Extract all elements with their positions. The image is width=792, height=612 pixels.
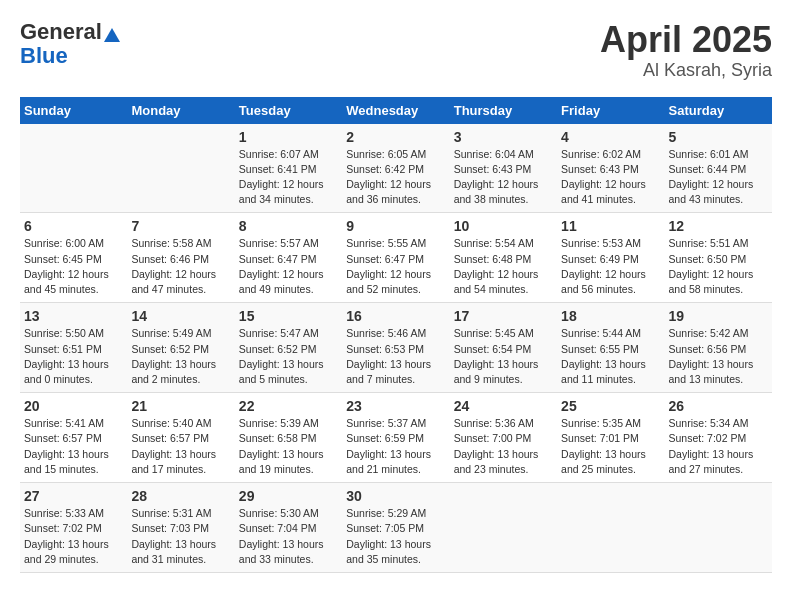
week-row-2: 6Sunrise: 6:00 AM Sunset: 6:45 PM Daylig… [20, 213, 772, 303]
day-number: 24 [454, 398, 553, 414]
day-cell: 28Sunrise: 5:31 AM Sunset: 7:03 PM Dayli… [127, 483, 234, 573]
day-cell: 12Sunrise: 5:51 AM Sunset: 6:50 PM Dayli… [665, 213, 772, 303]
day-cell: 25Sunrise: 5:35 AM Sunset: 7:01 PM Dayli… [557, 393, 664, 483]
day-number: 1 [239, 129, 338, 145]
day-cell: 11Sunrise: 5:53 AM Sunset: 6:49 PM Dayli… [557, 213, 664, 303]
day-number: 8 [239, 218, 338, 234]
day-number: 11 [561, 218, 660, 234]
day-number: 6 [24, 218, 123, 234]
day-cell: 26Sunrise: 5:34 AM Sunset: 7:02 PM Dayli… [665, 393, 772, 483]
day-number: 16 [346, 308, 445, 324]
logo-blue: Blue [20, 44, 120, 68]
week-row-3: 13Sunrise: 5:50 AM Sunset: 6:51 PM Dayli… [20, 303, 772, 393]
day-info: Sunrise: 6:00 AM Sunset: 6:45 PM Dayligh… [24, 236, 123, 297]
day-info: Sunrise: 5:54 AM Sunset: 6:48 PM Dayligh… [454, 236, 553, 297]
day-number: 5 [669, 129, 768, 145]
day-cell: 18Sunrise: 5:44 AM Sunset: 6:55 PM Dayli… [557, 303, 664, 393]
day-cell: 7Sunrise: 5:58 AM Sunset: 6:46 PM Daylig… [127, 213, 234, 303]
header-cell-wednesday: Wednesday [342, 97, 449, 124]
day-cell: 24Sunrise: 5:36 AM Sunset: 7:00 PM Dayli… [450, 393, 557, 483]
day-cell: 20Sunrise: 5:41 AM Sunset: 6:57 PM Dayli… [20, 393, 127, 483]
logo-icon [104, 28, 120, 42]
day-number: 26 [669, 398, 768, 414]
logo: General Blue [20, 20, 120, 68]
day-cell: 17Sunrise: 5:45 AM Sunset: 6:54 PM Dayli… [450, 303, 557, 393]
day-info: Sunrise: 5:36 AM Sunset: 7:00 PM Dayligh… [454, 416, 553, 477]
day-number: 21 [131, 398, 230, 414]
logo-text: General [20, 20, 120, 44]
week-row-5: 27Sunrise: 5:33 AM Sunset: 7:02 PM Dayli… [20, 483, 772, 573]
day-info: Sunrise: 6:07 AM Sunset: 6:41 PM Dayligh… [239, 147, 338, 208]
day-cell: 19Sunrise: 5:42 AM Sunset: 6:56 PM Dayli… [665, 303, 772, 393]
day-cell: 1Sunrise: 6:07 AM Sunset: 6:41 PM Daylig… [235, 124, 342, 213]
day-cell [127, 124, 234, 213]
day-cell [450, 483, 557, 573]
day-info: Sunrise: 5:53 AM Sunset: 6:49 PM Dayligh… [561, 236, 660, 297]
day-cell: 27Sunrise: 5:33 AM Sunset: 7:02 PM Dayli… [20, 483, 127, 573]
day-info: Sunrise: 5:39 AM Sunset: 6:58 PM Dayligh… [239, 416, 338, 477]
day-info: Sunrise: 5:29 AM Sunset: 7:05 PM Dayligh… [346, 506, 445, 567]
day-cell: 3Sunrise: 6:04 AM Sunset: 6:43 PM Daylig… [450, 124, 557, 213]
header-cell-sunday: Sunday [20, 97, 127, 124]
header-cell-thursday: Thursday [450, 97, 557, 124]
calendar-subtitle: Al Kasrah, Syria [600, 60, 772, 81]
calendar-table: SundayMondayTuesdayWednesdayThursdayFrid… [20, 97, 772, 573]
day-info: Sunrise: 5:33 AM Sunset: 7:02 PM Dayligh… [24, 506, 123, 567]
day-cell: 13Sunrise: 5:50 AM Sunset: 6:51 PM Dayli… [20, 303, 127, 393]
day-cell: 10Sunrise: 5:54 AM Sunset: 6:48 PM Dayli… [450, 213, 557, 303]
day-cell: 14Sunrise: 5:49 AM Sunset: 6:52 PM Dayli… [127, 303, 234, 393]
day-info: Sunrise: 5:46 AM Sunset: 6:53 PM Dayligh… [346, 326, 445, 387]
day-cell: 6Sunrise: 6:00 AM Sunset: 6:45 PM Daylig… [20, 213, 127, 303]
day-info: Sunrise: 5:44 AM Sunset: 6:55 PM Dayligh… [561, 326, 660, 387]
day-info: Sunrise: 5:42 AM Sunset: 6:56 PM Dayligh… [669, 326, 768, 387]
day-info: Sunrise: 6:01 AM Sunset: 6:44 PM Dayligh… [669, 147, 768, 208]
day-info: Sunrise: 6:02 AM Sunset: 6:43 PM Dayligh… [561, 147, 660, 208]
day-number: 10 [454, 218, 553, 234]
day-info: Sunrise: 5:31 AM Sunset: 7:03 PM Dayligh… [131, 506, 230, 567]
day-number: 25 [561, 398, 660, 414]
title-block: April 2025 Al Kasrah, Syria [600, 20, 772, 81]
day-cell: 21Sunrise: 5:40 AM Sunset: 6:57 PM Dayli… [127, 393, 234, 483]
week-row-1: 1Sunrise: 6:07 AM Sunset: 6:41 PM Daylig… [20, 124, 772, 213]
header-cell-tuesday: Tuesday [235, 97, 342, 124]
day-cell [665, 483, 772, 573]
day-number: 15 [239, 308, 338, 324]
day-number: 30 [346, 488, 445, 504]
day-info: Sunrise: 5:50 AM Sunset: 6:51 PM Dayligh… [24, 326, 123, 387]
week-row-4: 20Sunrise: 5:41 AM Sunset: 6:57 PM Dayli… [20, 393, 772, 483]
day-info: Sunrise: 5:47 AM Sunset: 6:52 PM Dayligh… [239, 326, 338, 387]
day-cell: 29Sunrise: 5:30 AM Sunset: 7:04 PM Dayli… [235, 483, 342, 573]
day-cell [557, 483, 664, 573]
day-number: 29 [239, 488, 338, 504]
header-cell-saturday: Saturday [665, 97, 772, 124]
day-number: 18 [561, 308, 660, 324]
day-info: Sunrise: 5:58 AM Sunset: 6:46 PM Dayligh… [131, 236, 230, 297]
day-info: Sunrise: 5:49 AM Sunset: 6:52 PM Dayligh… [131, 326, 230, 387]
day-number: 20 [24, 398, 123, 414]
day-number: 19 [669, 308, 768, 324]
day-cell: 2Sunrise: 6:05 AM Sunset: 6:42 PM Daylig… [342, 124, 449, 213]
calendar-title: April 2025 [600, 20, 772, 60]
day-info: Sunrise: 5:41 AM Sunset: 6:57 PM Dayligh… [24, 416, 123, 477]
day-info: Sunrise: 5:37 AM Sunset: 6:59 PM Dayligh… [346, 416, 445, 477]
day-cell: 5Sunrise: 6:01 AM Sunset: 6:44 PM Daylig… [665, 124, 772, 213]
day-number: 9 [346, 218, 445, 234]
header-cell-monday: Monday [127, 97, 234, 124]
day-cell: 9Sunrise: 5:55 AM Sunset: 6:47 PM Daylig… [342, 213, 449, 303]
logo-general: General [20, 19, 102, 44]
day-number: 23 [346, 398, 445, 414]
day-cell: 22Sunrise: 5:39 AM Sunset: 6:58 PM Dayli… [235, 393, 342, 483]
day-number: 27 [24, 488, 123, 504]
day-number: 12 [669, 218, 768, 234]
day-cell [20, 124, 127, 213]
day-info: Sunrise: 5:51 AM Sunset: 6:50 PM Dayligh… [669, 236, 768, 297]
calendar-header-row: SundayMondayTuesdayWednesdayThursdayFrid… [20, 97, 772, 124]
day-cell: 23Sunrise: 5:37 AM Sunset: 6:59 PM Dayli… [342, 393, 449, 483]
day-cell: 16Sunrise: 5:46 AM Sunset: 6:53 PM Dayli… [342, 303, 449, 393]
calendar-body: 1Sunrise: 6:07 AM Sunset: 6:41 PM Daylig… [20, 124, 772, 573]
page-header: General Blue April 2025 Al Kasrah, Syria [20, 20, 772, 81]
header-cell-friday: Friday [557, 97, 664, 124]
day-info: Sunrise: 5:45 AM Sunset: 6:54 PM Dayligh… [454, 326, 553, 387]
day-info: Sunrise: 6:05 AM Sunset: 6:42 PM Dayligh… [346, 147, 445, 208]
day-info: Sunrise: 5:35 AM Sunset: 7:01 PM Dayligh… [561, 416, 660, 477]
